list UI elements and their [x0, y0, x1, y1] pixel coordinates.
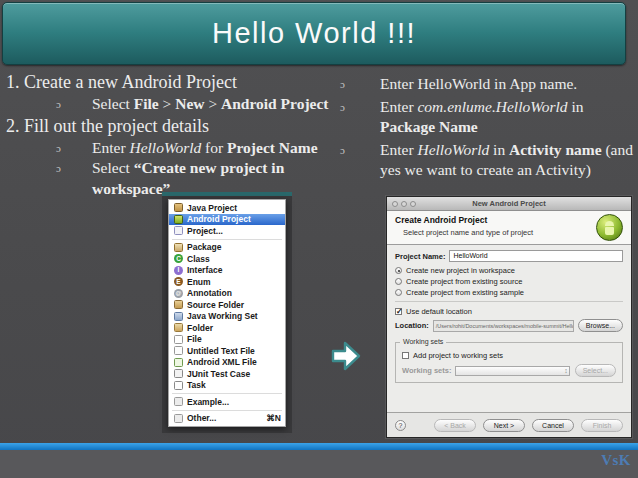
menu-separator: [172, 410, 282, 411]
new-android-project-dialog: New Android Project Create Android Proje…: [386, 196, 632, 438]
example-icon: [174, 397, 183, 406]
working-sets-row: Working sets: Select...: [402, 364, 616, 377]
cancel-button[interactable]: Cancel: [532, 419, 574, 432]
next-button[interactable]: Next >: [483, 419, 525, 432]
android-icon: [596, 214, 623, 241]
dialog-buttons: < Back Next > Cancel Finish: [434, 419, 623, 432]
wizard-title: Create Android Project: [395, 215, 623, 225]
bullet-text: Enter HelloWorld for Project Name: [92, 138, 318, 159]
enum-icon: [174, 277, 183, 286]
bullet-marker: ɔ: [340, 74, 380, 95]
folder-icon: [174, 323, 183, 332]
radio-button-icon[interactable]: [395, 267, 402, 274]
source-folder-icon: [174, 300, 183, 309]
close-window-icon[interactable]: [392, 201, 398, 207]
location-input[interactable]: /Users/rohit/Documents/workspaces/mobile…: [433, 320, 574, 332]
menu-shortcut: ⌘N: [266, 413, 281, 423]
menu-item-android-xml-file[interactable]: Android XML File: [169, 357, 285, 369]
radio-create-new-project[interactable]: Create new project in workspace: [395, 265, 623, 276]
menu-item-annotation[interactable]: Annotation: [169, 288, 285, 300]
finish-button[interactable]: Finish: [581, 419, 623, 432]
add-to-working-sets-checkbox[interactable]: Add project to working sets: [402, 350, 616, 361]
bullet-text: Enter com.enlume.HelloWorld in Package N…: [380, 97, 636, 138]
dialog-footer: ? < Back Next > Cancel Finish: [387, 412, 631, 437]
numbered-item-2: 2. Fill out the project details: [6, 115, 338, 138]
interface-icon: [174, 266, 183, 275]
bullet-marker: ɔ: [56, 94, 92, 115]
help-button[interactable]: ?: [395, 420, 406, 431]
android-xml-file-icon: [174, 358, 183, 367]
new-menu: Java Project Android Project Project... …: [168, 199, 286, 427]
zoom-window-icon[interactable]: [410, 201, 416, 207]
bullet-select-file-new: ɔ Select File > New > Android Project: [6, 94, 338, 115]
bullet-marker: ɔ: [340, 140, 380, 181]
bullet-marker: ɔ: [56, 138, 92, 159]
bullet-project-name: ɔ Enter HelloWorld for Project Name: [6, 138, 338, 159]
back-button[interactable]: < Back: [434, 419, 476, 432]
numbered-item-1: 1. Create a new Android Project: [6, 71, 338, 94]
menu-item-java-project[interactable]: Java Project: [169, 202, 285, 214]
bullet-text: Enter HelloWorld in Activity name (and y…: [380, 140, 636, 181]
task-icon: [174, 381, 183, 390]
checkbox-icon[interactable]: [402, 352, 409, 359]
bullet-marker: ɔ: [56, 158, 92, 199]
menu-item-java-working-set[interactable]: Java Working Set: [169, 311, 285, 323]
window-controls: [392, 201, 416, 207]
checkbox-icon[interactable]: [395, 308, 402, 315]
new-project-icon: [174, 226, 183, 235]
menu-item-example[interactable]: Example...: [169, 396, 285, 408]
bullet-package-name: ɔ Enter com.enlume.HelloWorld in Package…: [336, 97, 636, 138]
working-sets-group: Working sets Add project to working sets…: [395, 342, 623, 383]
menu-item-junit-test-case[interactable]: JUnit Test Case: [169, 368, 285, 380]
annotation-icon: [174, 289, 183, 298]
use-default-location-checkbox[interactable]: Use default location: [395, 306, 623, 317]
right-arrow-icon: [331, 340, 361, 372]
menu-item-folder[interactable]: Folder: [169, 322, 285, 334]
menu-item-android-project[interactable]: Android Project: [169, 214, 285, 226]
footer-blue-bar: [0, 443, 638, 450]
right-column: ɔ Enter HelloWorld in App name. ɔ Enter …: [336, 74, 636, 183]
menu-item-interface[interactable]: Interface: [169, 265, 285, 277]
menu-item-enum[interactable]: Enum: [169, 276, 285, 288]
menu-item-class[interactable]: Class: [169, 253, 285, 265]
select-button[interactable]: Select...: [575, 364, 616, 377]
location-label: Location:: [395, 321, 429, 330]
menu-item-untitled-text-file[interactable]: Untitled Text File: [169, 345, 285, 357]
working-sets-label: Working sets:: [402, 366, 451, 375]
junit-test-case-icon: [174, 369, 183, 378]
divider: [395, 301, 623, 302]
menu-separator: [172, 239, 282, 240]
bullet-app-name: ɔ Enter HelloWorld in App name.: [336, 74, 636, 95]
new-menu-screenshot: Java Project Android Project Project... …: [162, 192, 292, 433]
working-sets-group-label: Working sets: [400, 338, 446, 345]
other-icon: [174, 414, 183, 423]
radio-button-icon[interactable]: [395, 278, 402, 285]
radio-button-icon[interactable]: [395, 289, 402, 296]
menu-item-task[interactable]: Task: [169, 380, 285, 392]
bullet-text: Select File > New > Android Project: [92, 94, 329, 115]
minimize-window-icon[interactable]: [401, 201, 407, 207]
bullet-activity-name: ɔ Enter HelloWorld in Activity name (and…: [336, 140, 636, 181]
menu-item-other[interactable]: Other...⌘N: [169, 413, 285, 425]
java-working-set-icon: [174, 312, 183, 321]
working-sets-dropdown[interactable]: [455, 366, 569, 376]
bullet-text: Enter HelloWorld in App name.: [380, 74, 577, 95]
radio-existing-sample[interactable]: Create project from existing sample: [395, 287, 623, 298]
java-project-icon: [174, 203, 183, 212]
menu-item-project[interactable]: Project...: [169, 225, 285, 237]
dialog-title: New Android Project: [472, 199, 545, 208]
menu-item-file[interactable]: File: [169, 334, 285, 346]
radio-existing-source[interactable]: Create project from existing source: [395, 276, 623, 287]
project-name-label: Project Name:: [395, 252, 445, 261]
project-name-input[interactable]: HelloWorld: [449, 250, 623, 262]
menu-separator: [172, 393, 282, 394]
presentation-slide: Hello World !!! 1. Create a new Android …: [0, 0, 638, 478]
browse-button[interactable]: Browse...: [578, 319, 623, 332]
menu-item-source-folder[interactable]: Source Folder: [169, 299, 285, 311]
footer-strip: [0, 450, 638, 478]
menu-item-package[interactable]: Package: [169, 242, 285, 254]
location-row: Location: /Users/rohit/Documents/workspa…: [395, 319, 623, 332]
dialog-titlebar: New Android Project: [387, 197, 631, 211]
android-project-icon: [174, 215, 183, 224]
dialog-body: Project Name: HelloWorld Create new proj…: [387, 245, 631, 412]
